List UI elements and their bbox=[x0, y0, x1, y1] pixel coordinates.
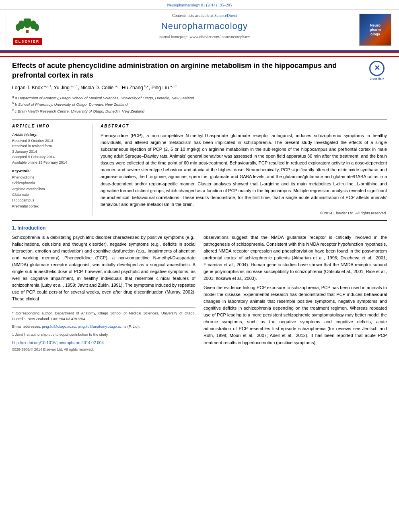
red-rule bbox=[0, 51, 399, 53]
journal-header-main: ELSEVIER Contents lists available at Sci… bbox=[0, 10, 399, 50]
keyword-6: Prefrontal cortex bbox=[12, 203, 86, 209]
affiliation-b: b b School of Pharmacy, University of Ot… bbox=[12, 101, 387, 107]
revised-date: 3 January 2014 bbox=[12, 149, 86, 155]
crossmark-icon: ✕ bbox=[369, 61, 385, 76]
article-info-heading: ARTICLE INFO bbox=[12, 123, 86, 129]
abstract-text: Phencyclidine (PCP), a non-competitive N… bbox=[101, 132, 387, 208]
abstract-heading: ABSTRACT bbox=[101, 123, 387, 129]
affiliation-a: a a Department of Anatomy, Otago School … bbox=[12, 94, 387, 101]
body-two-col: Schizophrenia is a debilitating psychiat… bbox=[12, 234, 387, 353]
svg-point-4 bbox=[34, 24, 39, 31]
keyword-5: Hippocampus bbox=[12, 197, 86, 203]
journal-title: Neuropharmacology bbox=[58, 20, 351, 33]
intro-left-text: Schizophrenia is a debilitating psychiat… bbox=[12, 234, 195, 302]
main-content: Effects of acute phencyclidine administr… bbox=[0, 57, 399, 361]
keywords-section: Keywords: Phencyclidine Schizophrenia Ar… bbox=[12, 168, 86, 209]
article-title: Effects of acute phencyclidine administr… bbox=[12, 61, 387, 80]
crossmark-label: CrossMark bbox=[370, 77, 384, 80]
history-label: Article history: bbox=[12, 132, 86, 138]
abstract-section: ABSTRACT Phencyclidine (PCP), a non-comp… bbox=[101, 123, 387, 216]
journal-homepage: journal homepage: www.elsevier.com/locat… bbox=[58, 34, 351, 40]
intro-right-text-1: observations suggest that the NMDA gluta… bbox=[204, 234, 387, 282]
section-divider bbox=[12, 220, 387, 221]
intro-right-text-2: Given the evidence linking PCP exposure … bbox=[204, 284, 387, 346]
contents-text: Contents lists available at ScienceDirec… bbox=[58, 13, 351, 18]
elsevier-tree-icon bbox=[9, 15, 45, 37]
email-footnote: E-mail addresses: ping.liu@otago.ac.nz, … bbox=[12, 324, 195, 330]
sciencedirect-link[interactable]: ScienceDirect bbox=[214, 13, 237, 18]
svg-point-3 bbox=[16, 24, 21, 31]
doi-link[interactable]: http://dx.doi.org/10.1016/j.neuropharm.2… bbox=[12, 340, 195, 346]
keyword-1: Phencyclidine bbox=[12, 175, 86, 180]
info-abstract-section: ARTICLE INFO Article history: Received 8… bbox=[12, 119, 387, 216]
affiliation-c: c c Brain Health Research Centre, Univer… bbox=[12, 108, 387, 114]
footnotes: * Corresponding author. Department of An… bbox=[12, 307, 195, 337]
corresponding-footnote: * Corresponding author. Department of An… bbox=[12, 311, 195, 322]
email-link-1[interactable]: ping.liu@otago.ac.nz bbox=[42, 325, 76, 329]
email-link-2[interactable]: ping.liu@anatomy.otago.ac.nz bbox=[78, 325, 127, 329]
section-1-heading: 1. Introduction bbox=[12, 225, 387, 232]
journal-citation: Neuropharmacology 81 (2014) 195–205 bbox=[167, 3, 232, 7]
elsevier-label: ELSEVIER bbox=[13, 38, 42, 45]
svg-point-0 bbox=[23, 18, 31, 28]
article-history: Article history: Received 8 October 2013… bbox=[12, 132, 86, 165]
svg-rect-5 bbox=[26, 30, 29, 33]
body-left-col: Schizophrenia is a debilitating psychiat… bbox=[12, 234, 195, 353]
journal-logo-right: Neuro pharm ology bbox=[359, 13, 393, 47]
article-info: ARTICLE INFO Article history: Received 8… bbox=[12, 123, 93, 216]
available-date: Available online 15 February 2014 bbox=[12, 160, 86, 166]
issn-line: 0028-3908/© 2014 Elsevier Ltd. All right… bbox=[12, 347, 195, 353]
authors-line: Logan T. Knox a,c,1, Yu Jing a,c,1, Nico… bbox=[12, 84, 387, 91]
crossmark-badge: ✕ CrossMark bbox=[367, 61, 387, 80]
elsevier-logo-box: ELSEVIER bbox=[6, 13, 49, 47]
keywords-label: Keywords: bbox=[12, 168, 86, 174]
journal-center: Contents lists available at ScienceDirec… bbox=[50, 13, 359, 47]
elsevier-logo: ELSEVIER bbox=[6, 13, 50, 47]
journal-logo-box: Neuro pharm ology bbox=[359, 14, 391, 46]
received-date: Received 8 October 2013 bbox=[12, 138, 86, 144]
keyword-3: Arginine metabolism bbox=[12, 186, 86, 192]
revised-label: Received in revised form bbox=[12, 144, 86, 149]
affiliations: a a Department of Anatomy, Otago School … bbox=[12, 94, 387, 114]
keyword-2: Schizophrenia bbox=[12, 180, 86, 186]
copyright-line: © 2014 Elsevier Ltd. All rights reserved… bbox=[101, 210, 387, 216]
journal-top-bar: Neuropharmacology 81 (2014) 195–205 bbox=[0, 2, 399, 10]
logo-text: Neuro pharm ology bbox=[370, 23, 381, 36]
body-right-col: observations suggest that the NMDA gluta… bbox=[204, 234, 387, 353]
journal-header: Neuropharmacology 81 (2014) 195–205 ELSE… bbox=[0, 0, 399, 57]
keyword-4: Glutamate bbox=[12, 192, 86, 197]
joint-footnote: 1 Joint first authorship due to equal co… bbox=[12, 332, 195, 338]
accepted-date: Accepted 5 February 2014 bbox=[12, 154, 86, 160]
